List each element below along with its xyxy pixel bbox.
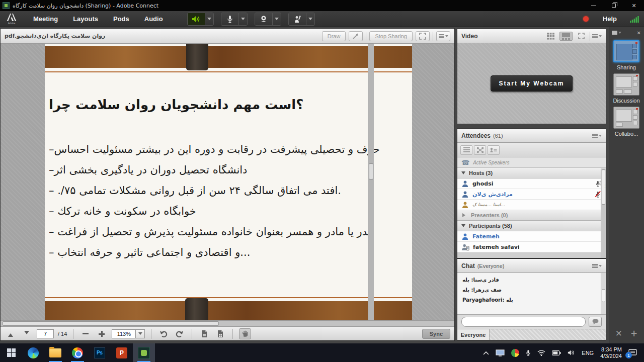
attendee-status-view-button[interactable] — [488, 145, 500, 155]
pan-tool-button[interactable] — [239, 328, 251, 339]
close-sidebar-icon[interactable]: ✕ — [637, 30, 641, 36]
scrollbar-thumb[interactable] — [602, 289, 605, 302]
presenters-group-header[interactable]: Presenters (0) — [457, 210, 606, 221]
layout-sharing-thumbnail[interactable] — [613, 40, 639, 62]
video-fullscreen-button[interactable] — [575, 32, 588, 41]
scrollbar-thumb[interactable]: ⋮ — [602, 169, 605, 205]
attendee-row[interactable]: Fatemeh — [457, 231, 606, 242]
sync-button[interactable]: Sync — [422, 329, 450, 339]
help-menu[interactable]: Help — [603, 15, 617, 23]
fullscreen-button[interactable] — [416, 31, 430, 41]
tray-monitor-icon[interactable] — [496, 349, 505, 356]
close-pod-icon[interactable]: ✕ — [615, 328, 622, 338]
speaker-button[interactable] — [188, 13, 205, 25]
stop-sharing-button[interactable]: Stop Sharing — [369, 31, 413, 41]
language-indicator[interactable]: ENG — [582, 350, 594, 356]
grip-icon: ⋮ — [603, 185, 605, 187]
connection-signal-icon — [630, 16, 639, 23]
tray-wifi-icon[interactable] — [537, 349, 545, 356]
menu-pods[interactable]: Pods — [113, 15, 129, 23]
share-pod-menu-button[interactable] — [436, 31, 450, 41]
add-pod-icon[interactable]: + — [630, 328, 637, 338]
scrollbar-thumb[interactable] — [369, 163, 373, 179]
chat-scrollbar[interactable] — [601, 273, 606, 314]
chat-pod-menu-button[interactable] — [592, 263, 602, 268]
attendee-row[interactable]: ...استا ...مستا ک — [457, 200, 606, 210]
next-page-button[interactable] — [21, 328, 33, 339]
start-button[interactable] — [0, 343, 22, 362]
attendees-scrollbar[interactable]: ⋮ — [601, 168, 606, 258]
pointer-tool-button[interactable] — [349, 31, 363, 41]
grid-view-button[interactable] — [544, 32, 557, 41]
microphone-dropdown[interactable] — [238, 13, 247, 25]
layout-collaboration[interactable]: Collabo... — [613, 107, 639, 137]
minimize-button[interactable] — [584, 0, 604, 11]
document-grid-icon — [217, 330, 224, 338]
export-page-button[interactable] — [198, 328, 210, 339]
tray-chevron-up-icon[interactable] — [483, 351, 489, 355]
notification-badge: 1 — [625, 352, 632, 358]
taskbar-chrome[interactable] — [66, 343, 89, 362]
restore-button[interactable] — [604, 0, 624, 11]
layout-discussion-thumbnail[interactable] — [613, 73, 639, 96]
layouts-menu-button[interactable] — [612, 30, 621, 35]
zoom-dropdown[interactable] — [136, 329, 145, 338]
taskbar-adobe-connect[interactable] — [133, 343, 155, 362]
video-pod-menu-button[interactable] — [592, 34, 602, 39]
tray-idm-icon[interactable] — [511, 349, 519, 357]
taskbar-file-explorer[interactable] — [44, 343, 66, 362]
webcam-button[interactable] — [255, 13, 272, 25]
notification-center-button[interactable]: 1 — [628, 349, 637, 356]
menu-meeting[interactable]: Meeting — [33, 15, 58, 23]
scrollbar-thumb[interactable] — [3, 321, 219, 326]
taskbar-clock[interactable]: 8:34 PM 4/3/2024 — [600, 346, 622, 359]
tab-everyone[interactable]: Everyone — [457, 329, 490, 340]
close-button[interactable]: ✕ — [624, 0, 644, 11]
chat-input[interactable] — [461, 317, 586, 327]
filmstrip-view-button[interactable] — [559, 32, 573, 41]
taskbar-edge[interactable] — [22, 343, 44, 362]
page-number-input[interactable] — [37, 329, 54, 338]
slide-decoration-wood-bottom — [45, 301, 412, 320]
layout-sharing[interactable]: Sharing — [613, 40, 639, 70]
raise-hand-button[interactable] — [289, 13, 306, 25]
hosts-group-header[interactable]: Hosts (3) — [457, 168, 606, 178]
send-message-button[interactable] — [589, 317, 602, 327]
zoom-out-button[interactable] — [79, 328, 92, 339]
horizontal-scrollbar[interactable] — [1, 320, 454, 326]
undo-button[interactable] — [157, 328, 170, 339]
menu-layouts[interactable]: Layouts — [73, 15, 98, 23]
participants-group-header[interactable]: Participants (58) — [457, 221, 606, 231]
webcam-dropdown[interactable] — [272, 13, 281, 25]
layouts-sidebar: ✕ Sharing Discussion Collabo... — [609, 27, 644, 343]
attendees-pod-menu-button[interactable] — [592, 133, 602, 138]
layout-collaboration-thumbnail[interactable] — [613, 107, 639, 129]
draw-button[interactable]: Draw — [322, 31, 346, 41]
microphone-button[interactable] — [221, 13, 238, 25]
tray-speaker-icon[interactable] — [568, 349, 575, 356]
chat-scope: (Everyone) — [477, 263, 505, 269]
speaker-dropdown[interactable] — [205, 13, 213, 25]
attendee-row[interactable]: ghodsi — [457, 178, 606, 189]
layout-discussion[interactable]: Discussion — [613, 73, 639, 104]
raise-hand-dropdown[interactable] — [306, 13, 314, 25]
previous-page-button[interactable] — [5, 328, 17, 339]
attendee-list-view-button[interactable] — [460, 145, 472, 155]
attendee-row[interactable]: fatemeh safavi — [457, 242, 606, 252]
fullscreen-icon — [578, 33, 585, 39]
tray-microphone-icon[interactable] — [526, 349, 531, 356]
taskbar-powerpoint[interactable]: P — [111, 343, 133, 362]
zoom-level-value[interactable]: 113% — [112, 329, 136, 338]
print-page-button[interactable] — [214, 328, 226, 339]
zoom-in-button[interactable] — [96, 328, 108, 339]
tray-battery-icon[interactable] — [552, 350, 561, 355]
breakout-view-button[interactable] — [474, 145, 486, 155]
attendee-row[interactable]: مرادی‌ش ی‌لان — [457, 189, 606, 200]
adobe-wordmark: Adobe — [8, 22, 15, 25]
vertical-scrollbar[interactable] — [368, 44, 374, 320]
start-webcam-button[interactable]: Start My Webcam — [491, 75, 573, 92]
taskbar-photoshop[interactable]: Ps — [89, 343, 111, 362]
redo-button[interactable] — [174, 328, 186, 339]
slide-clip-bottom — [185, 298, 208, 320]
menu-audio[interactable]: Audio — [144, 15, 163, 23]
